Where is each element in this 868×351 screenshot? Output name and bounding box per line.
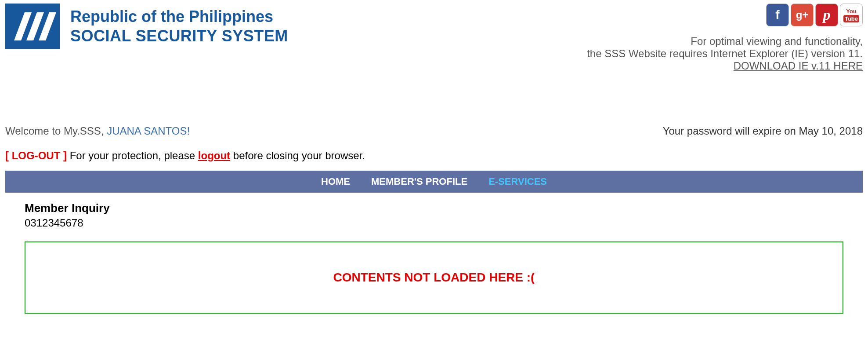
navbar: HOME MEMBER'S PROFILE E-SERVICES xyxy=(5,171,863,193)
facebook-icon[interactable]: f xyxy=(766,4,789,26)
youtube-icon[interactable]: You Tube xyxy=(840,4,863,26)
browser-notice-line1: For optimal viewing and functionality, xyxy=(587,35,863,48)
password-expire-text: Your password will expire on May 10, 201… xyxy=(663,125,863,137)
logout-link[interactable]: logout xyxy=(198,150,230,161)
youtube-icon-top: You xyxy=(843,8,859,15)
logo-block: Republic of the Philippines SOCIAL SECUR… xyxy=(5,4,288,49)
header-title-line1: Republic of the Philippines xyxy=(70,7,288,26)
logout-row: [ LOG-OUT ] For your protection, please … xyxy=(5,150,863,162)
content-not-loaded-message: CONTENTS NOT LOADED HERE :( xyxy=(333,271,535,285)
logout-bracket: [ LOG-OUT ] xyxy=(5,150,67,161)
download-ie-link[interactable]: DOWNLOAD IE v.11 HERE xyxy=(734,60,863,72)
youtube-icon-bottom: Tube xyxy=(843,15,859,22)
sss-logo xyxy=(5,4,60,49)
content-box: CONTENTS NOT LOADED HERE :( xyxy=(25,241,843,314)
header-title-line2: SOCIAL SECURITY SYSTEM xyxy=(70,27,288,45)
nav-members-profile[interactable]: MEMBER'S PROFILE xyxy=(371,176,467,187)
welcome-prefix: Welcome to My.SSS, xyxy=(5,125,107,137)
social-icons: f g+ p You Tube xyxy=(587,4,863,26)
welcome-username: JUANA SANTOS! xyxy=(107,125,190,137)
pinterest-icon[interactable]: p xyxy=(815,4,838,26)
nav-e-services[interactable]: E-SERVICES xyxy=(488,176,547,187)
googleplus-icon[interactable]: g+ xyxy=(791,4,814,26)
nav-home[interactable]: HOME xyxy=(321,176,350,187)
browser-notice-line2: the SSS Website requires Internet Explor… xyxy=(587,48,863,60)
member-inquiry-number: 0312345678 xyxy=(25,217,863,229)
logout-after-text: before closing your browser. xyxy=(230,150,365,161)
logout-before-text: For your protection, please xyxy=(67,150,198,161)
member-inquiry-title: Member Inquiry xyxy=(25,201,863,215)
